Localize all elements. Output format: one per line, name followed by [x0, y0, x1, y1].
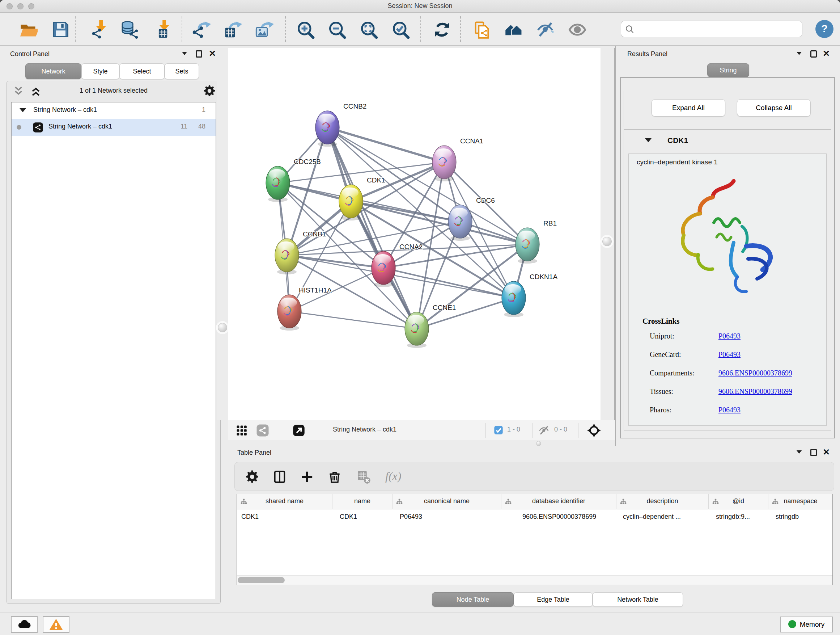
- panel-float-button[interactable]: [196, 50, 205, 60]
- network-edge[interactable]: [384, 268, 514, 298]
- table-panel-menu-button[interactable]: [796, 449, 805, 458]
- results-menu-button[interactable]: [796, 50, 805, 60]
- show-all-button[interactable]: [568, 20, 587, 39]
- zoom-out-button[interactable]: [328, 20, 347, 39]
- table-cell[interactable]: stringdb: [775, 513, 833, 526]
- table-settings-gear-icon[interactable]: [245, 470, 259, 484]
- horizontal-splitter-handle[interactable]: [536, 441, 541, 446]
- grid-view-icon[interactable]: [235, 424, 248, 437]
- table-cell[interactable]: CDK1: [340, 513, 393, 526]
- column-header-name[interactable]: name: [332, 494, 393, 509]
- network-node-CCNE1[interactable]: CCNE1: [405, 304, 456, 348]
- export-image-button[interactable]: [255, 20, 273, 39]
- network-edge[interactable]: [327, 127, 527, 244]
- tab-style[interactable]: Style: [81, 63, 119, 79]
- duplicate-network-button[interactable]: [472, 20, 491, 39]
- node-label-CDC25B: CDC25B: [294, 158, 321, 165]
- crosslink-link[interactable]: P06493: [718, 350, 741, 359]
- hide-selected-button[interactable]: [536, 20, 555, 39]
- table-panel-close-button[interactable]: ✕: [823, 448, 832, 458]
- network-view-canvas[interactable]: CCNB2 CCNA1 CDC25B CDK1: [228, 48, 600, 420]
- network-share-icon[interactable]: [256, 424, 269, 437]
- gene-card-header[interactable]: CDK1: [624, 130, 831, 154]
- network-options-gear-icon[interactable]: [203, 84, 216, 97]
- show-columns-icon[interactable]: [272, 470, 287, 484]
- network-node-HIST1H1A[interactable]: HIST1H1A: [278, 287, 332, 331]
- table-cell[interactable]: CDK1: [241, 513, 332, 526]
- left-splitter-handle[interactable]: [218, 323, 227, 333]
- table-cell[interactable]: 9606.ENSP00000378699: [523, 513, 616, 526]
- column-header-namespace[interactable]: namespace: [768, 494, 833, 509]
- collection-collapse-icon[interactable]: [19, 108, 26, 112]
- tab-network-table[interactable]: Network Table: [592, 592, 683, 607]
- table-cell[interactable]: stringdb:9...: [716, 513, 768, 526]
- memory-button[interactable]: Memory: [780, 616, 833, 632]
- tab-edge-table[interactable]: Edge Table: [514, 592, 592, 607]
- tab-select[interactable]: Select: [119, 63, 164, 79]
- results-close-button[interactable]: ✕: [823, 50, 832, 59]
- open-session-button[interactable]: [19, 20, 38, 39]
- import-network-button[interactable]: [89, 20, 108, 39]
- help-button[interactable]: ?: [815, 20, 834, 38]
- search-input[interactable]: [638, 22, 797, 36]
- expand-all-button[interactable]: Expand All: [652, 99, 725, 117]
- birdseye-crosshair-icon[interactable]: [587, 423, 601, 438]
- network-view-title: String Network – cdk1: [333, 426, 396, 433]
- crosslink-link[interactable]: P06493: [718, 332, 741, 340]
- detach-view-icon[interactable]: [292, 424, 305, 437]
- selected-checkbox-icon[interactable]: [493, 425, 504, 435]
- network-edge-count: 48: [198, 123, 205, 130]
- table-horizontal-scrollbar: [237, 575, 832, 585]
- tab-string[interactable]: String: [707, 63, 749, 77]
- toolbar-separator: [182, 16, 182, 42]
- tab-network[interactable]: Network: [25, 63, 81, 79]
- network-collection-row[interactable]: String Network – cdk1 1: [11, 103, 216, 119]
- zoom-in-button[interactable]: [296, 20, 315, 39]
- import-network-from-database-button[interactable]: [120, 20, 139, 39]
- warning-status-button[interactable]: [43, 616, 69, 633]
- network-edge[interactable]: [327, 127, 417, 329]
- cloud-status-button[interactable]: [11, 616, 38, 633]
- export-network-button[interactable]: [192, 20, 210, 39]
- table-cell[interactable]: P06493: [400, 513, 501, 526]
- network-graph[interactable]: CCNB2 CCNA1 CDC25B CDK1: [228, 48, 600, 420]
- zoom-fit-button[interactable]: [360, 20, 378, 39]
- add-column-icon[interactable]: [300, 470, 314, 484]
- crosslink-row: Uniprot:P06493: [650, 332, 674, 340]
- save-session-button[interactable]: [51, 20, 70, 39]
- column-header-canonical-name[interactable]: canonical name: [393, 494, 501, 509]
- refresh-network-button[interactable]: [433, 20, 452, 39]
- column-header-description[interactable]: description: [616, 494, 709, 509]
- crosslink-link[interactable]: 9606.ENSP00000378699: [718, 369, 792, 377]
- column-header-shared-name[interactable]: shared name: [237, 494, 332, 509]
- delete-table-icon-disabled: [356, 470, 371, 484]
- results-float-button[interactable]: [810, 50, 820, 60]
- network-row-selected[interactable]: String Network – cdk1 11 48: [11, 119, 216, 136]
- delete-column-icon[interactable]: [327, 470, 342, 484]
- tab-sets[interactable]: Sets: [164, 63, 199, 79]
- panel-menu-button[interactable]: [181, 50, 191, 60]
- hidden-eye-icon[interactable]: [538, 424, 550, 436]
- network-edge[interactable]: [327, 127, 444, 162]
- network-node-CDKN1A[interactable]: CDKN1A: [502, 273, 557, 317]
- right-splitter-handle[interactable]: [602, 237, 612, 246]
- collapse-all-button[interactable]: Collapse All: [737, 99, 811, 117]
- import-table-button[interactable]: [153, 20, 172, 39]
- crosslink-label: Uniprot:: [650, 332, 674, 340]
- export-table-button[interactable]: [223, 20, 242, 39]
- tab-node-table[interactable]: Node Table: [432, 592, 514, 607]
- zoom-selected-button[interactable]: [392, 20, 410, 39]
- column-header-database-identifier[interactable]: database identifier: [501, 494, 616, 509]
- crosslink-link[interactable]: P06493: [718, 406, 741, 414]
- scrollbar-thumb[interactable]: [238, 577, 285, 583]
- network-edge[interactable]: [289, 311, 417, 329]
- column-header--id[interactable]: @id: [709, 494, 768, 509]
- table-cell[interactable]: cyclin–dependent ...: [623, 513, 709, 526]
- gene-collapse-icon[interactable]: [645, 138, 652, 142]
- network-edge[interactable]: [417, 298, 514, 329]
- memory-label: Memory: [800, 621, 825, 628]
- crosslink-link[interactable]: 9606.ENSP00000378699: [718, 387, 792, 396]
- table-panel-float-button[interactable]: [810, 449, 820, 458]
- first-neighbors-button[interactable]: [504, 20, 523, 39]
- network-node-RB1[interactable]: RB1: [515, 219, 557, 264]
